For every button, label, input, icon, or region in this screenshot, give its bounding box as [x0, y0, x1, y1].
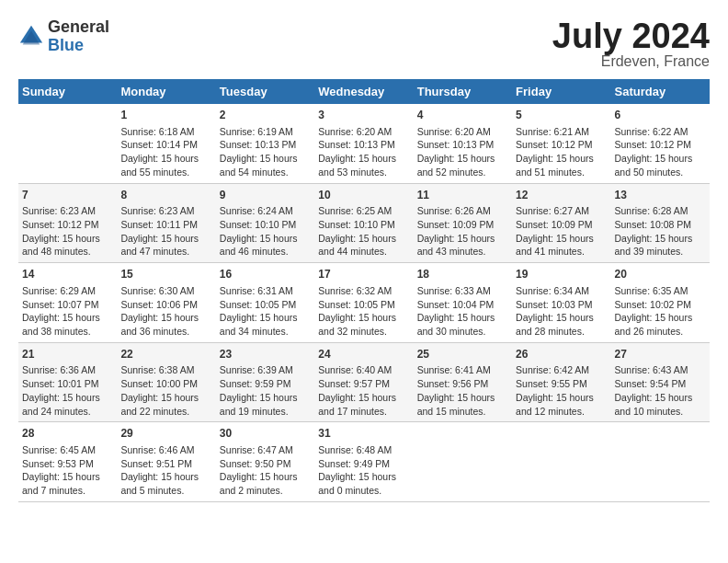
day-number: 16 [220, 267, 311, 282]
header-saturday: Saturday [611, 79, 710, 104]
day-info: Sunrise: 6:21 AM [516, 125, 607, 139]
day-number: 23 [220, 347, 311, 362]
day-number: 2 [220, 108, 311, 123]
header-wednesday: Wednesday [314, 79, 413, 104]
calendar-cell: 14Sunrise: 6:29 AMSunset: 10:07 PMDaylig… [18, 263, 117, 343]
day-info: Sunset: 10:12 PM [22, 218, 113, 232]
day-number: 12 [516, 188, 607, 203]
day-info: and 30 minutes. [417, 325, 508, 339]
day-number: 8 [120, 188, 211, 203]
day-info: Daylight: 15 hours [516, 232, 607, 246]
day-info: Daylight: 15 hours [516, 152, 607, 166]
day-number: 20 [615, 267, 706, 282]
day-info: and 55 minutes. [120, 166, 211, 179]
day-info: Sunset: 10:13 PM [220, 138, 311, 152]
day-info: Sunset: 9:55 PM [516, 377, 607, 391]
calendar-cell: 5Sunrise: 6:21 AMSunset: 10:12 PMDayligh… [512, 104, 610, 183]
day-info: Sunrise: 6:26 AM [417, 204, 508, 218]
title-location: Erdeven, France [552, 53, 710, 70]
calendar-cell: 27Sunrise: 6:43 AMSunset: 9:54 PMDayligh… [611, 342, 710, 422]
day-info: and 26 minutes. [615, 325, 706, 339]
day-info: and 44 minutes. [318, 245, 409, 259]
day-number: 3 [318, 108, 409, 123]
day-info: Sunrise: 6:19 AM [220, 125, 311, 139]
day-number: 19 [516, 267, 607, 282]
calendar-cell: 4Sunrise: 6:20 AMSunset: 10:13 PMDayligh… [414, 104, 512, 183]
day-info: Sunset: 10:02 PM [615, 298, 706, 312]
day-info: Sunrise: 6:31 AM [220, 284, 311, 298]
calendar-cell: 10Sunrise: 6:25 AMSunset: 10:10 PMDaylig… [314, 183, 413, 263]
day-number: 22 [120, 347, 211, 362]
day-info: Sunrise: 6:30 AM [120, 284, 211, 298]
day-info: Sunrise: 6:29 AM [22, 284, 113, 298]
day-info: Sunrise: 6:39 AM [220, 363, 311, 377]
day-info: Sunset: 10:09 PM [417, 218, 508, 232]
day-info: Daylight: 15 hours [516, 391, 607, 405]
day-info: Sunrise: 6:20 AM [318, 125, 409, 139]
day-info: Sunset: 10:13 PM [417, 138, 508, 152]
calendar-cell: 8Sunrise: 6:23 AMSunset: 10:11 PMDayligh… [117, 183, 215, 263]
day-info: and 24 minutes. [22, 405, 113, 419]
week-row-3: 14Sunrise: 6:29 AMSunset: 10:07 PMDaylig… [18, 263, 710, 343]
day-info: Daylight: 15 hours [318, 470, 409, 484]
day-info: and 48 minutes. [22, 245, 113, 259]
day-info: Sunrise: 6:47 AM [220, 443, 311, 457]
day-info: and 15 minutes. [417, 405, 508, 419]
day-info: Daylight: 15 hours [615, 311, 706, 325]
day-info: Sunset: 9:51 PM [120, 457, 211, 471]
day-info: and 51 minutes. [516, 166, 607, 179]
day-info: Daylight: 15 hours [120, 232, 211, 246]
calendar-cell: 17Sunrise: 6:32 AMSunset: 10:05 PMDaylig… [314, 263, 413, 343]
calendar-cell [512, 422, 610, 502]
calendar-cell: 21Sunrise: 6:36 AMSunset: 10:01 PMDaylig… [18, 342, 117, 422]
title-month-year: July 2024 [552, 18, 710, 53]
day-info: Sunset: 10:01 PM [22, 377, 113, 391]
week-row-5: 28Sunrise: 6:45 AMSunset: 9:53 PMDayligh… [18, 422, 710, 502]
day-number: 10 [318, 188, 409, 203]
day-info: Sunrise: 6:35 AM [615, 284, 706, 298]
day-number: 9 [220, 188, 311, 203]
day-number: 24 [318, 347, 409, 362]
day-info: Daylight: 15 hours [120, 391, 211, 405]
day-info: and 43 minutes. [417, 245, 508, 259]
day-info: Daylight: 15 hours [516, 311, 607, 325]
day-info: Sunrise: 6:25 AM [318, 204, 409, 218]
day-info: Sunset: 10:06 PM [120, 298, 211, 312]
day-info: Sunrise: 6:46 AM [120, 443, 211, 457]
day-info: Daylight: 15 hours [417, 232, 508, 246]
day-info: Sunset: 10:12 PM [516, 138, 607, 152]
calendar-cell: 16Sunrise: 6:31 AMSunset: 10:05 PMDaylig… [216, 263, 314, 343]
header-thursday: Thursday [414, 79, 512, 104]
day-number: 4 [417, 108, 508, 123]
day-info: Sunset: 10:05 PM [220, 298, 311, 312]
day-info: and 19 minutes. [220, 405, 311, 419]
logo-general: General [48, 18, 109, 37]
calendar-cell: 28Sunrise: 6:45 AMSunset: 9:53 PMDayligh… [18, 422, 117, 502]
day-info: Sunset: 10:07 PM [22, 298, 113, 312]
title-block: July 2024 Erdeven, France [552, 18, 710, 70]
calendar-cell: 1Sunrise: 6:18 AMSunset: 10:14 PMDayligh… [117, 104, 215, 183]
day-info: Daylight: 15 hours [220, 391, 311, 405]
day-info: Sunrise: 6:34 AM [516, 284, 607, 298]
day-info: Daylight: 15 hours [120, 152, 211, 166]
day-info: Sunset: 9:49 PM [318, 457, 409, 471]
day-info: Sunrise: 6:28 AM [615, 204, 706, 218]
day-info: Sunrise: 6:36 AM [22, 363, 113, 377]
day-info: Daylight: 15 hours [220, 152, 311, 166]
calendar-cell: 3Sunrise: 6:20 AMSunset: 10:13 PMDayligh… [314, 104, 413, 183]
day-info: Sunset: 9:59 PM [220, 377, 311, 391]
week-row-2: 7Sunrise: 6:23 AMSunset: 10:12 PMDayligh… [18, 183, 710, 263]
day-number: 5 [516, 108, 607, 123]
day-info: Sunset: 10:10 PM [220, 218, 311, 232]
week-row-1: 1Sunrise: 6:18 AMSunset: 10:14 PMDayligh… [18, 104, 710, 183]
calendar-cell: 11Sunrise: 6:26 AMSunset: 10:09 PMDaylig… [414, 183, 512, 263]
day-info: Daylight: 15 hours [22, 391, 113, 405]
day-info: Daylight: 15 hours [220, 311, 311, 325]
header-tuesday: Tuesday [216, 79, 314, 104]
day-info: Daylight: 15 hours [615, 391, 706, 405]
day-info: and 2 minutes. [220, 484, 311, 498]
day-info: and 22 minutes. [120, 405, 211, 419]
day-number: 26 [516, 347, 607, 362]
day-info: Daylight: 15 hours [22, 470, 113, 484]
day-info: Daylight: 15 hours [417, 391, 508, 405]
